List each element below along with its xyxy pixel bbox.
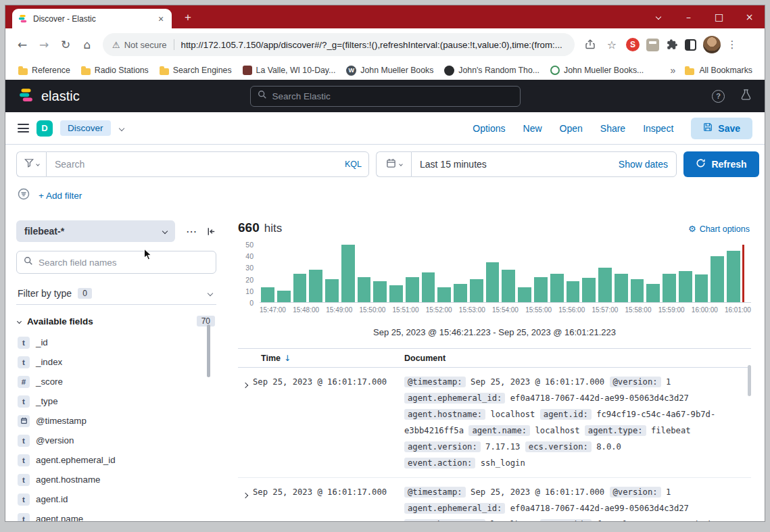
histogram-bar[interactable] bbox=[406, 277, 419, 302]
histogram-bar[interactable] bbox=[454, 284, 467, 302]
field-item[interactable]: t_index bbox=[16, 352, 216, 372]
save-button[interactable]: Save bbox=[691, 118, 752, 139]
histogram-bar[interactable] bbox=[615, 274, 628, 303]
histogram-bar[interactable] bbox=[373, 281, 387, 302]
url-text[interactable]: http://172.105.7.150/app/discover#/?_g=(… bbox=[181, 40, 562, 50]
nav-link-share[interactable]: Share bbox=[600, 123, 625, 134]
field-item[interactable]: t_type bbox=[16, 391, 216, 411]
available-fields-header[interactable]: Available fields 70 bbox=[16, 316, 216, 327]
extensions-puzzle-icon[interactable] bbox=[666, 39, 678, 51]
histogram-bar[interactable] bbox=[550, 274, 564, 303]
histogram-bar[interactable] bbox=[631, 279, 644, 302]
histogram-bar[interactable] bbox=[261, 287, 274, 302]
filter-circle-icon[interactable] bbox=[18, 188, 30, 203]
histogram-bar[interactable] bbox=[727, 251, 740, 303]
field-item[interactable]: tagent.name bbox=[16, 509, 216, 521]
time-range-control[interactable]: Last 15 minutes Show dates bbox=[411, 151, 677, 177]
nav-link-inspect[interactable]: Inspect bbox=[643, 123, 673, 134]
histogram-bar[interactable] bbox=[518, 287, 531, 302]
histogram-bar[interactable] bbox=[309, 270, 322, 302]
histogram-bar[interactable] bbox=[663, 274, 676, 303]
histogram-bar[interactable] bbox=[422, 272, 435, 302]
histogram-bar[interactable] bbox=[358, 277, 371, 302]
home-button[interactable]: ⌂ bbox=[77, 34, 97, 55]
field-item[interactable]: t@version bbox=[16, 431, 216, 450]
field-settings-icon[interactable]: ⋯ bbox=[186, 225, 197, 238]
column-header-document[interactable]: Document bbox=[395, 354, 751, 363]
forward-button[interactable]: → bbox=[34, 34, 54, 55]
bookmark-item[interactable]: John's Random Tho... bbox=[439, 64, 544, 78]
table-scrollbar[interactable] bbox=[748, 365, 751, 396]
bookmark-item[interactable]: Radio Stations bbox=[76, 64, 153, 77]
query-filter-button[interactable] bbox=[16, 151, 46, 177]
bookmark-item[interactable]: Search Engines bbox=[155, 64, 237, 77]
expand-row-button[interactable] bbox=[238, 374, 253, 471]
histogram-bar[interactable] bbox=[325, 279, 339, 302]
extension-icon-s[interactable]: S bbox=[626, 38, 640, 51]
field-item[interactable]: #_score bbox=[16, 372, 216, 391]
histogram-bar[interactable] bbox=[567, 281, 580, 302]
field-item[interactable]: tagent.hostname bbox=[16, 470, 216, 489]
column-header-time[interactable]: Time ↓ bbox=[253, 354, 395, 363]
show-dates-button[interactable]: Show dates bbox=[619, 159, 668, 170]
histogram-bar[interactable] bbox=[534, 277, 548, 302]
close-button[interactable]: × bbox=[734, 5, 765, 28]
kql-button[interactable]: KQL bbox=[345, 160, 362, 169]
data-view-selector[interactable]: filebeat-* bbox=[16, 220, 175, 242]
filter-by-type[interactable]: Filter by type 0 bbox=[16, 282, 216, 305]
address-bar[interactable]: ⚠ Not secure http://172.105.7.150/app/di… bbox=[103, 33, 575, 56]
field-item[interactable]: tagent.ephemeral_id bbox=[16, 450, 216, 470]
histogram-bar[interactable] bbox=[277, 291, 291, 302]
field-item[interactable]: t_id bbox=[16, 333, 216, 352]
all-bookmarks[interactable]: All Bookmarks bbox=[685, 66, 756, 75]
global-search[interactable] bbox=[250, 86, 521, 107]
menu-icon[interactable] bbox=[18, 124, 29, 132]
bookmarks-overflow-icon[interactable]: » bbox=[661, 65, 685, 76]
browser-menu-icon[interactable]: ⋮ bbox=[725, 34, 740, 55]
field-item[interactable]: @timestamp bbox=[16, 411, 216, 431]
bookmark-item[interactable]: John Mueller Books... bbox=[546, 64, 648, 77]
extension-darkmode-icon[interactable] bbox=[685, 39, 696, 51]
histogram-bar[interactable] bbox=[711, 256, 724, 302]
bookmark-item[interactable]: La Valle, WI 10-Day... bbox=[238, 64, 341, 77]
tab-search-icon[interactable] bbox=[643, 5, 673, 28]
histogram-bar[interactable] bbox=[486, 262, 500, 303]
bookmark-star-icon[interactable]: ☆ bbox=[602, 34, 622, 55]
bookmark-item[interactable]: Reference bbox=[14, 64, 75, 77]
chevron-down-icon[interactable] bbox=[118, 125, 124, 130]
histogram-bar[interactable] bbox=[598, 268, 612, 302]
histogram-bar[interactable] bbox=[470, 279, 483, 302]
histogram-bar[interactable] bbox=[293, 274, 307, 303]
refresh-button[interactable]: Refresh bbox=[683, 151, 759, 177]
date-picker-button[interactable] bbox=[376, 151, 411, 177]
histogram-bar[interactable] bbox=[679, 271, 692, 302]
field-search[interactable] bbox=[16, 251, 216, 274]
query-input[interactable] bbox=[55, 159, 345, 170]
bookmark-item[interactable]: WJohn Mueller Books bbox=[341, 64, 438, 78]
reload-button[interactable]: ↻ bbox=[55, 34, 76, 55]
global-search-input[interactable] bbox=[272, 91, 513, 101]
breadcrumb[interactable]: Discover bbox=[60, 120, 111, 136]
extension-icon[interactable] bbox=[646, 39, 659, 51]
sidebar-scrollbar[interactable] bbox=[207, 324, 210, 377]
chart-options-button[interactable]: ⚙ Chart options bbox=[688, 224, 751, 234]
field-search-input[interactable] bbox=[39, 258, 209, 268]
histogram-bar[interactable] bbox=[695, 274, 708, 302]
add-filter-button[interactable]: + Add filter bbox=[39, 191, 82, 201]
elastic-home-link[interactable]: elastic bbox=[18, 87, 80, 106]
minimize-button[interactable]: – bbox=[673, 5, 704, 28]
browser-tab[interactable]: Discover - Elastic × bbox=[12, 9, 172, 28]
time-range-value[interactable]: Last 15 minutes bbox=[420, 159, 487, 170]
new-tab-button[interactable]: + bbox=[180, 11, 196, 24]
space-badge[interactable]: D bbox=[37, 120, 53, 137]
histogram-bar[interactable] bbox=[582, 278, 596, 302]
share-icon[interactable] bbox=[580, 34, 600, 55]
tab-close-icon[interactable]: × bbox=[155, 14, 166, 24]
histogram-bar[interactable] bbox=[341, 245, 355, 302]
nav-link-open[interactable]: Open bbox=[560, 123, 583, 134]
not-secure-label[interactable]: Not secure bbox=[124, 40, 167, 50]
histogram-bar[interactable] bbox=[437, 287, 451, 302]
field-item[interactable]: tagent.id bbox=[16, 489, 216, 509]
collapse-sidebar-icon[interactable] bbox=[206, 226, 216, 237]
profile-avatar[interactable] bbox=[703, 36, 721, 53]
